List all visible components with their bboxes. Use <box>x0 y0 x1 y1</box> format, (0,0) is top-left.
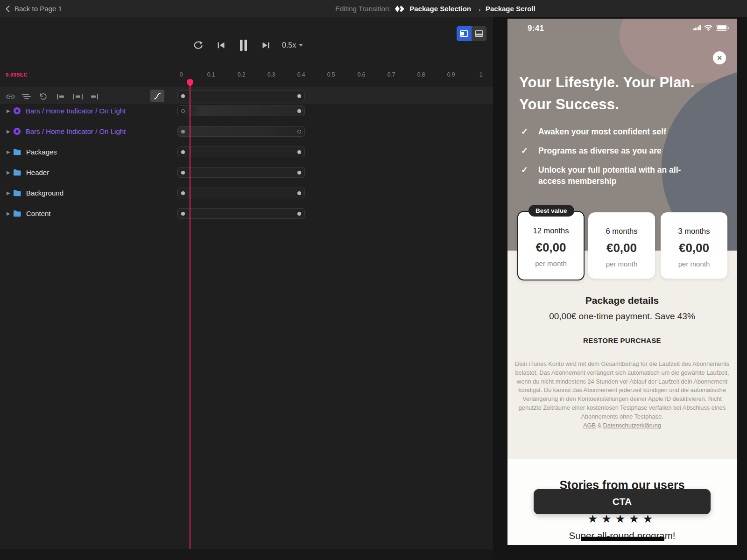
keyframe-dot[interactable] <box>297 150 301 154</box>
agb-link[interactable]: AGB <box>583 422 596 429</box>
component-icon <box>13 107 21 115</box>
status-time: 9:41 <box>528 24 544 33</box>
ruler-tick: 0.9 <box>447 71 455 78</box>
track-bars-2[interactable] <box>177 126 305 137</box>
keyframe-dot[interactable] <box>181 109 185 113</box>
align-keyframe-start-icon[interactable] <box>56 87 67 105</box>
keyframe-dot[interactable] <box>181 191 185 195</box>
easing-curve-button[interactable] <box>150 90 164 102</box>
layer-row-background[interactable]: ▶ Background <box>0 188 173 198</box>
timeline-panel-footer <box>0 549 493 560</box>
layout-bottom-panel-toggle[interactable] <box>472 26 486 41</box>
track-packages[interactable] <box>177 147 305 157</box>
layer-row-bars-1[interactable]: ▶ Bars / Home Indicator / On Light <box>0 105 173 116</box>
speed-select[interactable]: 0.5x <box>282 41 303 49</box>
side-panel-layout-icon <box>460 30 468 37</box>
benefit-text: Unlock your full potential with an all-a… <box>538 164 704 187</box>
layout-side-panel-toggle[interactable] <box>457 26 472 41</box>
keyframe-dot[interactable] <box>297 130 301 133</box>
card-period: per month <box>661 260 727 268</box>
folder-icon <box>13 210 21 217</box>
keyframe-dot[interactable] <box>181 171 185 175</box>
legal-text: Dein iTunes Konto wird mit dem Gesamtbet… <box>512 360 732 421</box>
hero-title-line2: Your Success. <box>519 93 695 115</box>
back-label: Back to Page 1 <box>14 5 62 13</box>
card-price: €0,00 <box>588 241 655 255</box>
check-icon: ✓ <box>521 145 528 156</box>
ruler-tick: 0.6 <box>358 71 366 78</box>
track-bars-1[interactable] <box>177 105 305 116</box>
cell-signal-icon <box>693 25 701 30</box>
restore-purchase-button[interactable]: RESTORE PURCHASE <box>507 336 737 344</box>
layer-row-content[interactable]: ▶ Content <box>0 208 173 219</box>
speed-value: 0.5x <box>282 41 296 49</box>
ruler-tick: 0.8 <box>417 71 425 78</box>
layer-row-packages[interactable]: ▶ Packages <box>0 147 173 157</box>
card-duration: 6 months <box>588 227 655 236</box>
ruler-tick: 0.1 <box>207 71 215 78</box>
preview-layout-toggles <box>457 26 486 41</box>
align-keyframe-end-icon[interactable] <box>89 87 99 105</box>
package-details-heading: Package details <box>507 295 737 306</box>
disclosure-triangle-icon[interactable]: ▶ <box>7 129 13 134</box>
benefit-text: Awaken your most confident self <box>538 126 666 137</box>
disclosure-triangle-icon[interactable]: ▶ <box>7 190 13 196</box>
track-header[interactable] <box>177 167 305 178</box>
pause-button[interactable] <box>237 39 249 51</box>
layer-row-bars-2[interactable]: ▶ Bars / Home Indicator / On Light <box>0 126 173 137</box>
ruler-tick: 0.5 <box>327 71 335 78</box>
disclosure-triangle-icon[interactable]: ▶ <box>7 149 13 154</box>
keyframe-dot[interactable] <box>297 171 301 175</box>
link-keyframes-icon[interactable] <box>6 87 15 105</box>
editing-prefix: Editing Transition: <box>335 5 391 13</box>
keyframe-dot[interactable] <box>181 94 185 98</box>
track-background[interactable] <box>177 188 305 198</box>
close-button[interactable]: ✕ <box>713 51 726 64</box>
close-icon: ✕ <box>717 54 722 62</box>
benefit-item: ✓ Unlock your full potential with an all… <box>521 164 708 187</box>
card-period: per month <box>518 259 584 267</box>
reset-rotate-icon[interactable] <box>39 87 47 105</box>
disclosure-triangle-icon[interactable]: ▶ <box>7 108 13 113</box>
ruler-tick: 0.4 <box>297 71 305 78</box>
disclosure-triangle-icon[interactable]: ▶ <box>7 211 13 216</box>
payment-summary: 00,00€ one-time payment. Save 43% <box>507 311 737 322</box>
folder-icon <box>13 189 21 196</box>
disclosure-triangle-icon[interactable]: ▶ <box>7 170 13 175</box>
top-bar: Back to Page 1 Editing Transition: Packa… <box>0 0 747 17</box>
layer-row-header[interactable]: ▶ Header <box>0 167 173 178</box>
ruler-tick: 0.3 <box>268 71 275 78</box>
layer-label: Bars / Home Indicator / On Light <box>26 127 126 135</box>
playhead-line[interactable] <box>190 82 190 549</box>
privacy-link[interactable]: Datenschutzerklärung <box>603 422 661 429</box>
skip-back-button[interactable] <box>215 39 227 51</box>
layer-label: Bars / Home Indicator / On Light <box>26 107 126 115</box>
layer-label: Header <box>26 168 49 176</box>
folder-icon <box>13 148 21 155</box>
current-time-label: 0.03SEC <box>6 72 28 77</box>
back-button[interactable]: Back to Page 1 <box>6 0 62 17</box>
stagger-keyframes-icon[interactable] <box>22 87 31 105</box>
skip-forward-button[interactable] <box>260 39 272 51</box>
package-card-6-months[interactable]: 6 months €0,00 per month <box>588 212 655 279</box>
keyframe-dot[interactable] <box>181 212 185 216</box>
star-rating: ★★★★★ <box>507 512 737 525</box>
keyframe-dot[interactable] <box>297 212 301 216</box>
loop-button[interactable] <box>192 39 204 51</box>
keyframe-dot[interactable] <box>181 130 185 133</box>
keyframe-dot[interactable] <box>181 150 185 154</box>
hero-title: Your Lifestyle. Your Plan. Your Success. <box>519 71 695 115</box>
layer-label: Content <box>26 210 51 217</box>
package-card-12-months[interactable]: 12 months €0,00 per month <box>517 211 585 280</box>
align-keyframe-center-icon[interactable] <box>73 87 83 105</box>
keyframe-dot[interactable] <box>297 191 301 195</box>
check-icon: ✓ <box>521 164 528 187</box>
keyframe-dot[interactable] <box>297 94 301 98</box>
track-content[interactable] <box>177 208 305 219</box>
card-period: per month <box>588 260 655 268</box>
keyframe-dot[interactable] <box>297 109 301 113</box>
cta-button[interactable]: CTA <box>534 489 711 514</box>
best-value-badge: Best value <box>529 205 574 217</box>
package-card-3-months[interactable]: 3 months €0,00 per month <box>661 212 727 279</box>
summary-track[interactable] <box>177 91 305 101</box>
